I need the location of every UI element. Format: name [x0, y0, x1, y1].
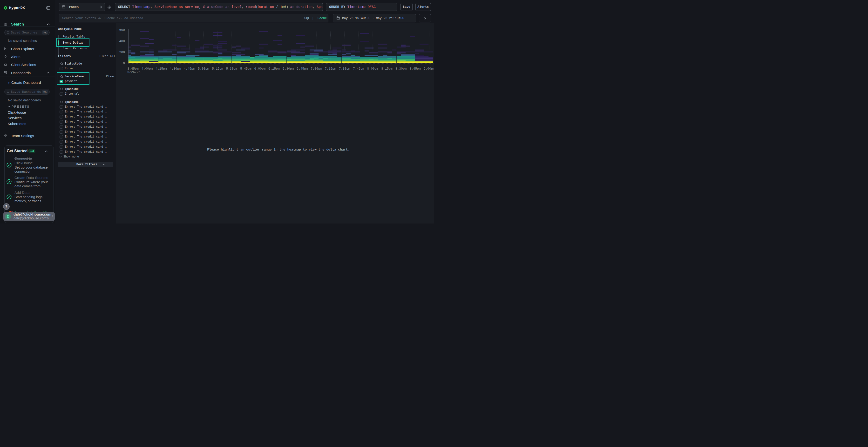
- svg-text:5:00pm: 5:00pm: [198, 67, 209, 71]
- svg-text:Please highlight an outlier ra: Please highlight an outlier range in the…: [207, 148, 350, 151]
- svg-text:6:30pm: 6:30pm: [283, 67, 294, 71]
- svg-text:7:30pm: 7:30pm: [339, 67, 350, 71]
- svg-text:400: 400: [119, 39, 125, 43]
- svg-text:0: 0: [123, 62, 125, 65]
- svg-text:7:15pm: 7:15pm: [325, 67, 336, 71]
- svg-text:5/26/25: 5/26/25: [127, 70, 141, 74]
- svg-text:8:30pm: 8:30pm: [396, 67, 407, 71]
- svg-text:5:30pm: 5:30pm: [226, 67, 238, 71]
- svg-text:5:15pm: 5:15pm: [212, 67, 223, 71]
- svg-text:8:00pm: 8:00pm: [367, 67, 378, 71]
- svg-text:4:45pm: 4:45pm: [184, 67, 195, 71]
- svg-text:6:45pm: 6:45pm: [297, 67, 308, 71]
- svg-text:9:00pm: 9:00pm: [424, 67, 434, 71]
- svg-text:6:15pm: 6:15pm: [268, 67, 280, 71]
- svg-text:7:00pm: 7:00pm: [311, 67, 322, 71]
- svg-text:4:00pm: 4:00pm: [142, 67, 153, 71]
- svg-text:4:15pm: 4:15pm: [156, 67, 167, 71]
- svg-text:200: 200: [119, 50, 125, 54]
- svg-text:600: 600: [119, 28, 125, 32]
- svg-text:5:45pm: 5:45pm: [240, 67, 251, 71]
- svg-text:3:45pm: 3:45pm: [127, 67, 138, 71]
- svg-text:4:30pm: 4:30pm: [170, 67, 181, 71]
- svg-text:8:45pm: 8:45pm: [409, 67, 421, 71]
- svg-text:7:45pm: 7:45pm: [353, 67, 364, 71]
- svg-text:6:00pm: 6:00pm: [254, 67, 266, 71]
- svg-text:8:15pm: 8:15pm: [381, 67, 393, 71]
